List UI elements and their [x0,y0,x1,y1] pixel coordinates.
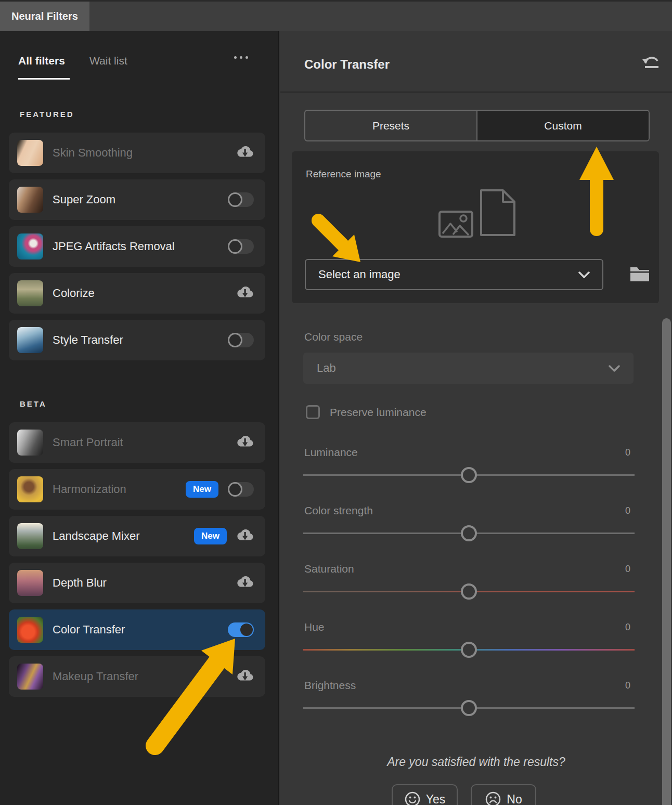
filter-label: Depth Blur [53,576,236,590]
slider-row-brightness: Brightness0 [303,679,635,737]
filter-thumbnail [17,523,43,549]
more-options-icon[interactable] [234,56,248,59]
slider-row-color-strength: Color strength0 [303,504,635,563]
filter-section: FEATUREDSkin SmoothingSuper ZoomJPEG Art… [0,110,277,360]
filter-thumbnail [17,327,43,353]
no-label: No [507,793,522,805]
slider-value: 0 [625,622,630,633]
filter-item-depth-blur[interactable]: Depth Blur [9,563,265,603]
filter-label: Skin Smoothing [53,146,236,160]
section-title: FEATURED [20,110,277,118]
new-badge: New [186,481,218,498]
filter-item-smart-portrait[interactable]: Smart Portrait [9,422,265,463]
cloud-download-icon[interactable] [236,144,254,162]
filter-label: Colorize [53,287,236,300]
filter-label: Makeup Transfer [53,670,236,683]
reset-icon[interactable] [641,53,662,74]
filter-item-harmonization[interactable]: HarmonizationNew [9,469,265,510]
color-space-label: Color space [304,331,363,343]
presets-custom-tabs: Presets Custom [304,110,650,141]
toggle-knob [228,333,242,347]
filter-thumbnail [17,280,43,306]
filter-label: Landscape Mixer [53,529,194,543]
filter-thumbnail [17,476,43,502]
slider-value: 0 [625,680,630,691]
filter-item-skin-smoothing[interactable]: Skin Smoothing [9,133,265,173]
filter-toggle-off[interactable] [228,482,254,497]
adjustment-sliders: Luminance0Color strength0Saturation0Hue0… [303,446,635,737]
filter-thumbnail [17,187,43,213]
filter-item-colorize[interactable]: Colorize [9,273,265,314]
cloud-download-icon[interactable] [236,574,254,592]
select-image-dropdown-value: Select an image [318,268,578,281]
slider-row-luminance: Luminance0 [303,446,635,504]
select-image-dropdown[interactable]: Select an image [305,259,603,290]
slider-label: Saturation [304,563,354,575]
slider-label: Luminance [304,446,358,459]
slider-handle[interactable] [461,467,477,483]
cloud-download-icon[interactable] [236,284,254,302]
slider-row-saturation: Saturation0 [303,563,635,621]
filter-toggle-off[interactable] [228,192,254,207]
cloud-download-icon[interactable] [236,527,254,545]
filter-thumbnail [17,664,43,690]
cloud-download-icon[interactable] [236,668,254,685]
yes-label: Yes [426,793,446,805]
slider-row-hue: Hue0 [303,621,635,679]
slider-handle[interactable] [461,525,477,541]
tab-custom[interactable]: Custom [476,111,649,140]
slider-handle[interactable] [461,642,477,658]
document-placeholder-icon [480,189,516,239]
filter-item-landscape-mixer[interactable]: Landscape MixerNew [9,516,265,556]
new-badge: New [194,528,227,544]
section-title: BETA [20,400,277,408]
cloud-download-icon[interactable] [236,434,254,451]
tab-presets[interactable]: Presets [305,111,476,140]
tab-neural-filters[interactable]: Neural Filters [0,2,89,31]
toggle-knob [240,624,253,636]
toggle-knob [228,192,242,207]
filter-item-jpeg-artifacts-removal[interactable]: JPEG Artifacts Removal [9,226,265,267]
color-space-dropdown[interactable]: Lab [303,353,634,384]
reference-image-card: Reference image Select an image [292,151,659,303]
tab-all-filters[interactable]: All filters [18,55,65,67]
chevron-down-icon [578,271,590,278]
panel-scrollbar[interactable] [662,318,671,805]
filter-item-color-transfer[interactable]: Color Transfer [9,609,265,650]
feedback-no-button[interactable]: No [471,784,536,805]
folder-icon[interactable] [629,265,650,285]
filter-label: JPEG Artifacts Removal [53,240,228,253]
slider-label: Hue [304,621,325,633]
panel-title: Color Transfer [304,57,390,72]
image-placeholder-icon [438,211,473,240]
slider-value: 0 [625,564,630,575]
toggle-knob [228,239,242,254]
active-tab-underline [18,78,70,80]
chevron-down-icon [609,365,620,372]
filter-section: BETASmart PortraitHarmonizationNewLandsc… [0,400,277,697]
filter-toggle-off[interactable] [228,239,254,254]
smiley-face-icon [404,791,421,805]
title-bar: Neural Filters [0,2,672,31]
filter-label: Style Transfer [53,333,228,347]
feedback-yes-button[interactable]: Yes [392,784,458,805]
filters-sidebar: All filters Wait list FEATUREDSkin Smoot… [0,31,279,805]
filter-toggle-on[interactable] [228,622,254,637]
slider-label: Color strength [304,504,373,517]
filter-toggle-off[interactable] [228,333,254,347]
filter-label: Super Zoom [53,193,228,206]
filter-item-style-transfer[interactable]: Style Transfer [9,320,265,360]
filter-item-super-zoom[interactable]: Super Zoom [9,179,265,220]
feedback-question: Are you satisfied with the results? [280,755,672,769]
color-transfer-panel: Color Transfer Presets Custom Reference … [280,31,672,805]
frowny-face-icon [485,791,501,805]
tab-wait-list[interactable]: Wait list [89,55,127,67]
color-space-value: Lab [317,361,609,375]
slider-handle[interactable] [461,700,477,716]
filter-item-makeup-transfer[interactable]: Makeup Transfer [9,656,265,697]
slider-handle[interactable] [461,583,477,600]
filter-list: FEATUREDSkin SmoothingSuper ZoomJPEG Art… [0,110,277,703]
slider-value: 0 [625,447,630,458]
preserve-luminance-checkbox[interactable] [306,405,320,419]
header-divider [280,92,672,93]
